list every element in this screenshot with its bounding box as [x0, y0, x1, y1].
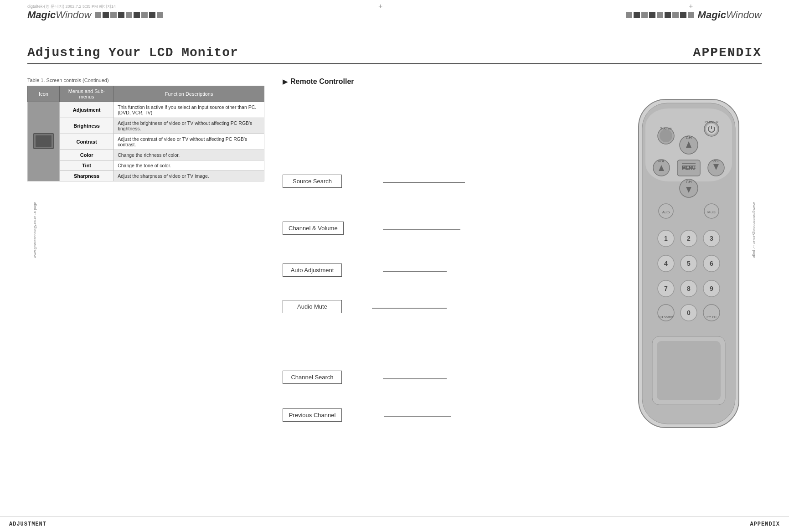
- desc-tint: Change the tone of color.: [114, 160, 264, 171]
- block9: [157, 12, 163, 18]
- label-source-search: Source Search: [283, 175, 342, 188]
- rblock8: [680, 12, 686, 18]
- svg-text:Auto: Auto: [662, 210, 670, 214]
- footer-right-label: APPENDIX: [741, 521, 789, 527]
- svg-text:9: 9: [710, 285, 713, 292]
- side-text-left: www.gmstechnology.co.kr 16 page: [33, 202, 37, 258]
- label-audio-mute: Audio Mute: [283, 300, 342, 313]
- rblock1: [626, 12, 632, 18]
- block7: [141, 12, 148, 18]
- logo-left: MagicWindow: [27, 9, 163, 21]
- menu-adjustment: Adjustment: [60, 102, 114, 118]
- table-row: Contrast Adjust the contrast of video or…: [28, 134, 264, 150]
- block5: [126, 12, 132, 18]
- menu-brightness: Brightness: [60, 118, 114, 134]
- svg-text:8: 8: [687, 285, 691, 292]
- rblock9: [688, 12, 694, 18]
- table-row: Adjustment This function is active if yo…: [28, 102, 264, 118]
- block2: [103, 12, 109, 18]
- svg-text:VOL: VOL: [712, 159, 720, 163]
- block8: [149, 12, 155, 18]
- rblock2: [634, 12, 640, 18]
- svg-text:CH: CH: [686, 180, 692, 184]
- logo-blocks-right: [626, 12, 694, 18]
- page-title: Adjusting Your LCD Monitor: [27, 46, 238, 60]
- desc-sharpness: Adjust the sharpness of video or TV imag…: [114, 171, 264, 181]
- table-row: Tint Change the tone of color.: [28, 160, 264, 171]
- label-previous-channel: Previous Channel: [283, 408, 342, 422]
- block6: [134, 12, 140, 18]
- logo-blocks-left: [95, 12, 163, 18]
- svg-text:Pre.CH: Pre.CH: [706, 315, 717, 319]
- remote-area: Source Search Channel & Volume Auto Adju…: [283, 95, 771, 450]
- header: MagicWindow MagicWindow: [27, 9, 762, 21]
- page-appendix: APPENDIX: [693, 46, 762, 60]
- menu-color: Color: [60, 150, 114, 160]
- svg-rect-57: [657, 341, 721, 400]
- logo-text-left: MagicWindow: [27, 9, 91, 21]
- footer-left-label: ADJUSTMENT: [0, 521, 56, 527]
- desc-contrast: Adjust the contrast of video or TV witho…: [114, 134, 264, 150]
- label-channel-volume: Channel & Volume: [283, 222, 344, 235]
- rblock3: [641, 12, 648, 18]
- svg-text:VOL: VOL: [658, 159, 665, 163]
- svg-text:Mute: Mute: [707, 210, 716, 214]
- svg-text:4: 4: [664, 260, 668, 267]
- logo-right: MagicWindow: [626, 9, 762, 21]
- table-row: Brightness Adjust the brightness of vide…: [28, 118, 264, 134]
- footer: ADJUSTMENT APPENDIX: [0, 516, 789, 532]
- svg-text:0: 0: [687, 309, 691, 316]
- svg-point-4: [660, 129, 672, 142]
- block3: [110, 12, 117, 18]
- controls-table: Icon Menus and Sub-menus Function Descri…: [27, 86, 264, 181]
- svg-text:7: 7: [664, 285, 668, 292]
- tv-icon: [33, 133, 54, 149]
- svg-text:1: 1: [664, 235, 668, 242]
- rblock6: [665, 12, 671, 18]
- svg-text:6: 6: [710, 260, 713, 267]
- desc-brightness: Adjust the brightness of video or TV wit…: [114, 118, 264, 134]
- svg-text:CH: CH: [686, 135, 692, 140]
- menu-sharpness: Sharpness: [60, 171, 114, 181]
- svg-text:CH Search: CH Search: [659, 315, 673, 319]
- label-channel-search: Channel Search: [283, 371, 342, 384]
- section-title: Remote Controller: [283, 77, 771, 86]
- logo-text-right: MagicWindow: [698, 9, 762, 21]
- menu-contrast: Contrast: [60, 134, 114, 150]
- rblock5: [657, 12, 663, 18]
- svg-text:5: 5: [687, 260, 691, 267]
- svg-text:Source: Source: [660, 126, 672, 130]
- icon-cell: [28, 102, 60, 181]
- table-row: Color Change the richness of color.: [28, 150, 264, 160]
- svg-text:3: 3: [710, 235, 713, 242]
- block4: [118, 12, 124, 18]
- col-header-icon: Icon: [28, 86, 60, 102]
- table-caption: Table 1. Screen controls (Continued): [27, 77, 264, 83]
- left-content: Table 1. Screen controls (Continued) Ico…: [27, 77, 264, 181]
- block1: [95, 12, 101, 18]
- remote-control-svg: Source POWER CH VOL MENU: [616, 95, 762, 441]
- rblock4: [649, 12, 655, 18]
- table-row: Sharpness Adjust the sharpness of video …: [28, 171, 264, 181]
- col-header-desc: Function Descriptions: [114, 86, 264, 102]
- desc-color: Change the richness of color.: [114, 150, 264, 160]
- side-text-right: www.gmstechnology.co.kr 17 page: [752, 202, 756, 258]
- rblock7: [672, 12, 679, 18]
- desc-adjustment: This function is active if you select an…: [114, 102, 264, 118]
- title-section: Adjusting Your LCD Monitor APPENDIX: [27, 46, 762, 64]
- svg-text:2: 2: [687, 235, 691, 242]
- col-header-menus: Menus and Sub-menus: [60, 86, 114, 102]
- menu-tint: Tint: [60, 160, 114, 171]
- label-auto-adjustment: Auto Adjustment: [283, 263, 342, 277]
- right-content: Remote Controller Source Search Channel …: [283, 77, 771, 450]
- svg-text:POWER: POWER: [705, 120, 718, 124]
